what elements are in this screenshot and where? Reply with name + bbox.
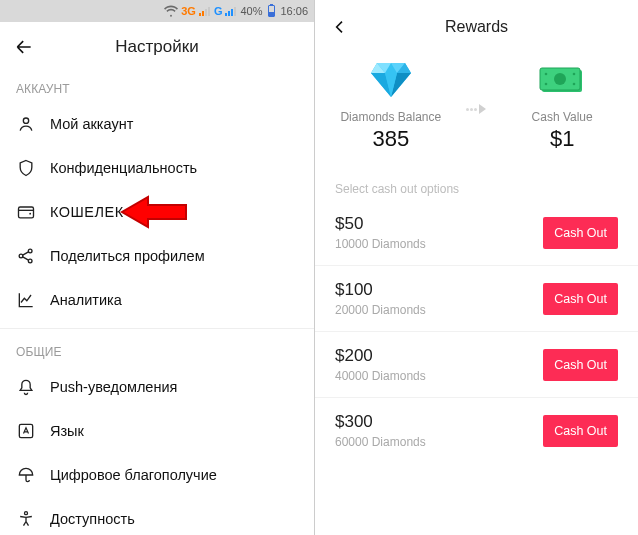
network-b-label: G: [214, 5, 223, 17]
back-button[interactable]: [10, 33, 38, 61]
svg-rect-1: [202, 11, 204, 16]
diamonds-balance: Diamonds Balance 385: [331, 60, 451, 152]
menu-label: Язык: [50, 423, 84, 439]
section-account-label: АККАУНТ: [0, 72, 314, 102]
language-icon: [16, 421, 36, 441]
rewards-screen: Rewards Diamonds Balance 385: [315, 0, 638, 535]
svg-point-30: [573, 83, 576, 86]
battery-icon: [268, 5, 275, 17]
highlight-arrow-icon: [118, 195, 188, 229]
menu-label: КОШЕЛЕК: [50, 204, 124, 220]
menu-label: Цифровое благополучие: [50, 467, 217, 483]
shield-icon: [16, 158, 36, 178]
svg-point-27: [545, 73, 548, 76]
cashout-amount: $300: [335, 412, 426, 432]
cashout-amount: $50: [335, 214, 426, 234]
menu-label: Поделиться профилем: [50, 248, 205, 264]
chart-icon: [16, 290, 36, 310]
page-title: Настройки: [115, 37, 198, 57]
diamonds-value: 385: [372, 126, 409, 152]
svg-point-29: [545, 83, 548, 86]
svg-rect-4: [225, 13, 227, 16]
menu-label: Мой аккаунт: [50, 116, 133, 132]
cashout-amount: $200: [335, 346, 426, 366]
cashout-option: $100 20000 Diamonds Cash Out: [315, 266, 638, 332]
svg-point-13: [28, 259, 32, 263]
svg-rect-0: [199, 13, 201, 16]
cashout-option: $50 10000 Diamonds Cash Out: [315, 200, 638, 266]
cashout-button[interactable]: Cash Out: [543, 349, 618, 381]
bell-icon: [16, 377, 36, 397]
diamonds-label: Diamonds Balance: [340, 110, 441, 124]
cashout-diamonds: 60000 Diamonds: [335, 435, 426, 449]
network-a-label: 3G: [181, 5, 196, 17]
menu-item-wellbeing[interactable]: Цифровое благополучие: [0, 453, 314, 497]
diamond-icon: [369, 60, 413, 100]
wifi-icon: [164, 4, 178, 18]
convert-arrow-icon: [466, 98, 486, 114]
menu-label: Аналитика: [50, 292, 122, 308]
menu-item-language[interactable]: Язык: [0, 409, 314, 453]
wallet-icon: [16, 202, 36, 222]
battery-text: 40%: [240, 5, 262, 17]
menu-item-privacy[interactable]: Конфиденциальность: [0, 146, 314, 190]
svg-rect-3: [208, 7, 210, 16]
chevron-left-icon: [332, 19, 348, 35]
cashout-button[interactable]: Cash Out: [543, 283, 618, 315]
signal-a-icon: [199, 6, 211, 16]
status-bar: 3G G 40% 16:06: [0, 0, 314, 22]
menu-label: Доступность: [50, 511, 135, 527]
cashout-diamonds: 10000 Diamonds: [335, 237, 426, 251]
cash-value: Cash Value $1: [502, 60, 622, 152]
cashout-diamonds: 40000 Diamonds: [335, 369, 426, 383]
arrow-left-icon: [14, 37, 34, 57]
person-icon: [16, 114, 36, 134]
cashout-option: $300 60000 Diamonds Cash Out: [315, 398, 638, 463]
cashout-amount: $100: [335, 280, 426, 300]
menu-item-wallet[interactable]: КОШЕЛЕК: [0, 190, 314, 234]
svg-point-11: [19, 254, 23, 258]
cashout-button[interactable]: Cash Out: [543, 217, 618, 249]
settings-header: Настройки: [0, 22, 314, 72]
svg-point-8: [23, 118, 28, 123]
section-general-label: ОБЩИЕ: [0, 335, 314, 365]
menu-item-push[interactable]: Push-уведомления: [0, 365, 314, 409]
balance-summary: Diamonds Balance 385 Cash Value $1: [315, 54, 638, 152]
svg-rect-7: [234, 7, 236, 16]
rewards-header: Rewards: [315, 0, 638, 54]
accessibility-icon: [16, 509, 36, 529]
cash-value-amount: $1: [550, 126, 574, 152]
menu-item-analytics[interactable]: Аналитика: [0, 278, 314, 322]
menu-item-share-profile[interactable]: Поделиться профилем: [0, 234, 314, 278]
svg-rect-9: [19, 207, 34, 218]
menu-label: Конфиденциальность: [50, 160, 197, 176]
cash-icon: [537, 60, 587, 100]
cashout-note: Select cash out options: [315, 152, 638, 200]
cashout-option: $200 40000 Diamonds Cash Out: [315, 332, 638, 398]
umbrella-icon: [16, 465, 36, 485]
share-icon: [16, 246, 36, 266]
clock: 16:06: [280, 5, 308, 17]
svg-point-26: [554, 73, 566, 85]
svg-rect-6: [231, 9, 233, 16]
svg-rect-2: [205, 9, 207, 16]
svg-point-10: [29, 213, 31, 215]
back-button[interactable]: [327, 14, 353, 40]
cashout-button[interactable]: Cash Out: [543, 415, 618, 447]
cash-label: Cash Value: [532, 110, 593, 124]
signal-b-icon: [225, 6, 237, 16]
menu-item-accessibility[interactable]: Доступность: [0, 497, 314, 535]
svg-point-12: [28, 249, 32, 253]
menu-label: Push-уведомления: [50, 379, 177, 395]
divider: [0, 328, 314, 329]
svg-point-15: [25, 512, 28, 515]
menu-item-my-account[interactable]: Мой аккаунт: [0, 102, 314, 146]
page-title: Rewards: [445, 18, 508, 36]
cashout-diamonds: 20000 Diamonds: [335, 303, 426, 317]
svg-rect-5: [228, 11, 230, 16]
settings-screen: 3G G 40% 16:06 Настройки АККАУНТ Мой акк…: [0, 0, 315, 535]
svg-point-28: [573, 73, 576, 76]
